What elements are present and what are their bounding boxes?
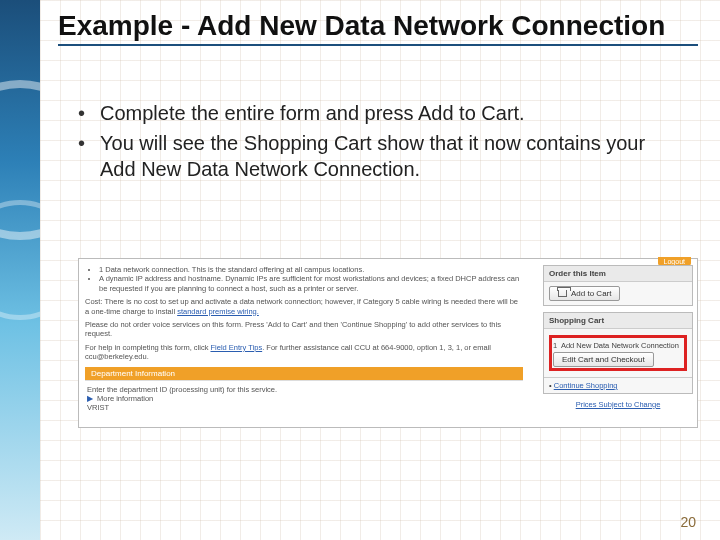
page-number: 20: [680, 514, 696, 530]
field-entry-tips-link[interactable]: Field Entry Tips: [210, 343, 262, 352]
dept-value: VRIST: [87, 403, 521, 412]
dept-instruction: Enter the department ID (processing unit…: [87, 385, 521, 394]
cart-footer: • Continue Shopping: [544, 377, 692, 393]
help-line: For help in completing this form, click …: [85, 343, 523, 362]
bullet-list: Complete the entire form and press Add t…: [78, 100, 680, 186]
screenshot-main-column: 1 Data network connection. This is the s…: [79, 259, 529, 429]
add-to-cart-button[interactable]: Add to Cart: [549, 286, 620, 301]
voice-note: Please do not order voice services on th…: [85, 320, 523, 339]
cart-qty: 1: [553, 341, 557, 350]
embedded-screenshot: Logout 1 Data network connection. This i…: [78, 258, 698, 428]
shopping-cart-header: Shopping Cart: [544, 313, 692, 329]
order-item-body: Add to Cart: [544, 282, 692, 305]
cost-text: Cost: There is no cost to set up and act…: [85, 297, 518, 315]
title-underline: [58, 44, 698, 46]
order-item-header: Order this Item: [544, 266, 692, 282]
edit-cart-checkout-button[interactable]: Edit Cart and Checkout: [553, 352, 654, 367]
prices-subject-note: Prices Subject to Change: [543, 400, 693, 409]
cost-line: Cost: There is no cost to set up and act…: [85, 297, 523, 316]
bullet-item: Complete the entire form and press Add t…: [78, 100, 680, 126]
cart-item-name: Add New Data Network Connection: [561, 341, 679, 350]
shopping-cart-body: 1 Add New Data Network Connection Edit C…: [544, 329, 692, 377]
add-to-cart-label: Add to Cart: [571, 289, 611, 298]
department-info-body: Enter the department ID (processing unit…: [85, 380, 523, 416]
department-info-header: Department Information: [85, 367, 523, 380]
slide: Example - Add New Data Network Connectio…: [0, 0, 720, 540]
help-prefix: For help in completing this form, click: [85, 343, 210, 352]
intro-item: 1 Data network connection. This is the s…: [99, 265, 523, 274]
shopping-cart-panel: Shopping Cart 1 Add New Data Network Con…: [543, 312, 693, 394]
title-area: Example - Add New Data Network Connectio…: [58, 10, 700, 46]
cart-line-item: 1 Add New Data Network Connection: [553, 339, 683, 352]
intro-list: 1 Data network connection. This is the s…: [99, 265, 523, 293]
more-info-toggle[interactable]: ▶More information: [87, 394, 521, 403]
bullet-item: You will see the Shopping Cart show that…: [78, 130, 680, 182]
screenshot-right-column: Order this Item Add to Cart Shopping Car…: [543, 265, 693, 409]
decorative-left-band: [0, 0, 40, 540]
highlight-box: 1 Add New Data Network Connection Edit C…: [549, 335, 687, 371]
order-item-panel: Order this Item Add to Cart: [543, 265, 693, 306]
slide-title: Example - Add New Data Network Connectio…: [58, 10, 700, 42]
arc-decoration: [0, 200, 40, 320]
chevron-right-icon: ▶: [87, 394, 93, 403]
intro-item: A dynamic IP address and hostname. Dynam…: [99, 274, 523, 293]
continue-shopping-link[interactable]: Continue Shopping: [554, 381, 618, 390]
more-info-label: More information: [97, 394, 153, 403]
premise-wiring-link[interactable]: standard premise wiring.: [177, 307, 259, 316]
cart-icon: [558, 290, 567, 297]
